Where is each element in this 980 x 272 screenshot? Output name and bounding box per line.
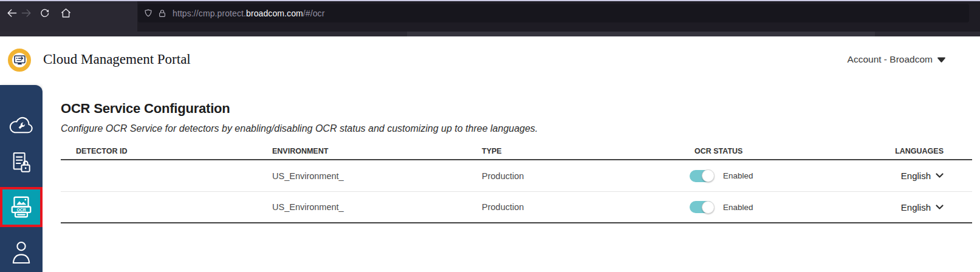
chrome-bottom-strip: [0, 32, 980, 36]
chevron-down-icon: [936, 173, 944, 178]
reload-icon: [39, 7, 50, 19]
column-header-environment: ENVIRONMENT: [257, 147, 467, 155]
sidebar-item-document-security[interactable]: [0, 149, 43, 177]
account-dropdown[interactable]: Account - Broadcom: [848, 54, 946, 65]
type-cell: Production: [467, 202, 679, 212]
languages-cell: English: [882, 171, 972, 181]
shield-icon: [143, 8, 153, 18]
sidebar-item-cloud-settings[interactable]: [0, 115, 43, 137]
ocr-status-label: Enabled: [723, 171, 753, 180]
screen: https://cmp.protect.broadcom.com/#/ocr C…: [0, 0, 980, 272]
url-prefix: https://cmp.protect.: [173, 8, 246, 18]
browser-chrome: https://cmp.protect.broadcom.com/#/ocr: [0, 0, 980, 36]
chrome-bottom-strip-segment: [407, 32, 875, 36]
ocr-status-toggle[interactable]: [690, 170, 714, 182]
column-header-detector-id: DETECTOR ID: [61, 147, 257, 155]
language-value: English: [901, 171, 931, 181]
ocr-status-label: Enabled: [723, 203, 753, 212]
caret-down-icon: [937, 56, 946, 64]
table-header-row: DETECTOR ID ENVIRONMENT TYPE OCR STATUS …: [61, 143, 972, 160]
column-header-ocr-status: OCR STATUS: [679, 147, 882, 155]
document-lock-icon: [11, 151, 32, 175]
toggle-knob: [702, 201, 714, 214]
page-subtitle: Configure OCR Service for detectors by e…: [61, 123, 980, 134]
app-title: Cloud Management Portal: [43, 52, 191, 67]
ocr-status-toggle[interactable]: [690, 201, 714, 213]
ocr-status-cell: Enabled: [679, 170, 882, 182]
address-bar[interactable]: https://cmp.protect.broadcom.com/#/ocr: [138, 4, 969, 22]
back-arrow-icon: [6, 7, 18, 19]
app-header: Cloud Management Portal Account - Broadc…: [0, 36, 980, 85]
monitor-icon: [14, 55, 26, 66]
broadcom-logo: [8, 49, 31, 72]
account-label: Account - Broadcom: [848, 54, 933, 65]
environment-cell: US_Environment_: [257, 202, 467, 212]
lock-icon: [157, 8, 167, 18]
home-button[interactable]: [58, 5, 74, 21]
window-top-accent: [0, 0, 980, 1]
environment-cell: US_Environment_: [257, 171, 467, 181]
ocr-icon: OCR: [9, 194, 34, 220]
ocr-badge-text: OCR: [16, 208, 26, 212]
cloud-wrench-icon: [8, 116, 35, 135]
ocr-status-cell: Enabled: [679, 201, 882, 213]
toggle-knob: [702, 169, 714, 182]
column-header-languages: LANGUAGES: [882, 147, 972, 155]
main-content: OCR Service Configuration Configure OCR …: [43, 85, 980, 272]
home-icon: [60, 7, 72, 19]
chevron-down-icon: [936, 205, 944, 210]
forward-button[interactable]: [18, 5, 34, 21]
url-text: https://cmp.protect.broadcom.com/#/ocr: [173, 8, 324, 18]
url-domain: broadcom.com: [246, 8, 303, 18]
ocr-config-table: DETECTOR ID ENVIRONMENT TYPE OCR STATUS …: [61, 143, 972, 223]
table-row: US_Environment_ Production Enabled Engli…: [61, 192, 972, 223]
back-button[interactable]: [4, 5, 19, 21]
user-icon: [11, 240, 32, 267]
language-value: English: [901, 202, 931, 212]
forward-arrow-icon: [21, 7, 32, 19]
language-dropdown[interactable]: English: [901, 202, 944, 212]
sidebar: OCR: [0, 85, 43, 272]
language-dropdown[interactable]: English: [901, 171, 944, 181]
table-row: US_Environment_ Production Enabled Engli…: [61, 160, 972, 192]
sidebar-item-users[interactable]: [0, 238, 43, 268]
sidebar-item-ocr-service[interactable]: OCR: [0, 187, 43, 227]
url-suffix: /#/ocr: [303, 8, 325, 18]
page-title: OCR Service Configuration: [61, 101, 980, 117]
reload-button[interactable]: [36, 5, 52, 21]
table-body: US_Environment_ Production Enabled Engli…: [61, 160, 972, 223]
column-header-type: TYPE: [467, 147, 679, 155]
type-cell: Production: [467, 171, 679, 181]
languages-cell: English: [882, 202, 972, 212]
